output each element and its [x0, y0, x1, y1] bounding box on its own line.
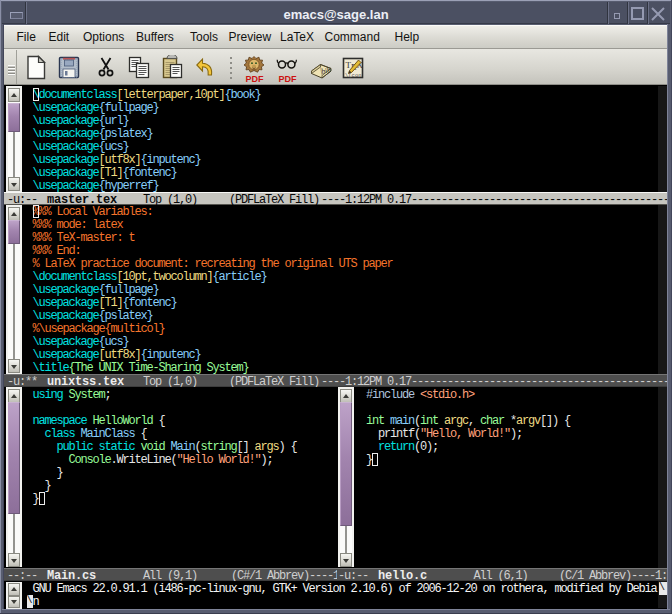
svg-text:PDF: PDF [279, 74, 298, 84]
svg-text:PDF: PDF [246, 74, 265, 84]
svg-text:bib: bib [320, 65, 332, 76]
svg-text:\(con: \(con [345, 72, 362, 79]
